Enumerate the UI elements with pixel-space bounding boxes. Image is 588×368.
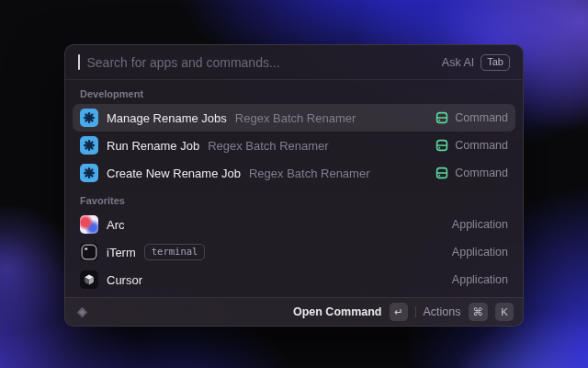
ask-ai-button[interactable]: Ask AI Tab: [442, 54, 510, 71]
item-meta: Command: [435, 139, 508, 152]
list-item-iterm[interactable]: iTerm terminal Application: [73, 238, 515, 266]
text-caret: [78, 54, 80, 70]
item-title: Manage Rename Jobs: [107, 111, 227, 125]
item-type: Application: [452, 218, 508, 231]
launcher-window: Ask AI Tab Development Manage Rename Job…: [64, 44, 524, 327]
item-title: Run Rename Job: [107, 139, 199, 153]
command-icon: [435, 167, 448, 179]
actions-menu-button[interactable]: Actions: [424, 305, 461, 318]
list-item-create-new-rename-job[interactable]: Create New Rename Job Regex Batch Rename…: [73, 159, 515, 187]
item-title: Cursor: [107, 273, 142, 287]
section-header-favorites: Favorites: [73, 187, 515, 211]
cursor-app-icon: [80, 270, 98, 289]
search-bar: Ask AI Tab: [65, 45, 523, 80]
command-icon: [435, 111, 448, 124]
section-header-development: Development: [73, 80, 515, 104]
action-bar: Open Command ↵ Actions ⌘ K: [65, 297, 523, 326]
tab-key-badge: Tab: [481, 54, 510, 71]
ask-ai-label: Ask AI: [442, 56, 474, 69]
regex-batch-renamer-icon: [80, 164, 98, 182]
list-item-run-rename-job[interactable]: Run Rename Job Regex Batch Renamer Comma…: [73, 132, 515, 159]
item-meta: Command: [435, 167, 508, 179]
item-title: iTerm: [107, 246, 136, 259]
list-item-arc[interactable]: Arc Application: [73, 211, 515, 238]
item-title: Create New Rename Job: [107, 167, 241, 180]
list-item-cursor[interactable]: Cursor Application: [73, 266, 515, 293]
item-meta: Application: [452, 218, 508, 231]
arc-app-icon: [80, 215, 98, 234]
iterm-app-icon: [80, 243, 98, 261]
item-type: Command: [455, 111, 508, 124]
regex-batch-renamer-icon: [80, 109, 98, 127]
item-meta: Application: [452, 273, 508, 286]
results-list: Development Manage Rename Jobs Regex Bat…: [65, 80, 523, 297]
k-key-badge: K: [495, 303, 514, 321]
terminal-tag: terminal: [144, 244, 206, 260]
command-icon: [435, 139, 448, 152]
footer-actions-group: Open Command ↵ Actions ⌘ K: [293, 303, 514, 321]
raycast-logo-icon: [74, 305, 90, 320]
item-type: Command: [455, 167, 508, 179]
item-subtitle: Regex Batch Renamer: [208, 139, 329, 153]
item-subtitle: Regex Batch Renamer: [235, 111, 356, 125]
item-type: Application: [452, 273, 508, 286]
cmd-key-badge: ⌘: [469, 303, 489, 321]
open-command-button[interactable]: Open Command: [293, 305, 382, 318]
item-title: Arc: [107, 218, 125, 232]
item-type: Command: [455, 139, 508, 152]
item-meta: Application: [452, 246, 508, 259]
search-input[interactable]: [87, 55, 435, 70]
regex-batch-renamer-icon: [80, 136, 98, 155]
return-key-badge: ↵: [390, 303, 408, 321]
footer-divider: [415, 306, 416, 317]
list-item-manage-rename-jobs[interactable]: Manage Rename Jobs Regex Batch Renamer C…: [73, 104, 515, 132]
item-subtitle: Regex Batch Renamer: [249, 167, 370, 180]
item-type: Application: [452, 246, 508, 259]
item-meta: Command: [435, 111, 508, 124]
